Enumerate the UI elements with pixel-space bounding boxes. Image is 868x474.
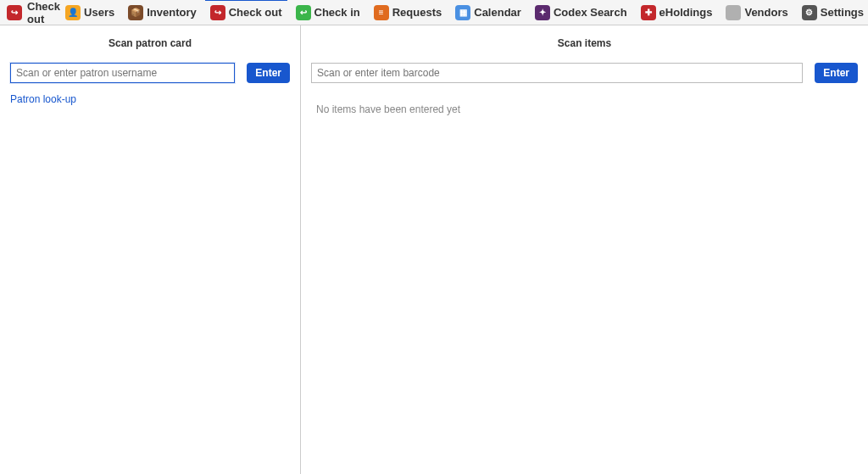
nav-item-vendors[interactable]: Vendors bbox=[721, 3, 793, 23]
codex-search-icon: ✦ bbox=[535, 5, 550, 20]
items-pane: Scan items Enter No items have been ente… bbox=[301, 25, 868, 474]
app-title-block: ↪ Check out bbox=[7, 0, 60, 25]
nav-item-requests[interactable]: ≡Requests bbox=[369, 3, 448, 23]
check-in-icon: ↩ bbox=[296, 5, 311, 20]
nav-item-codex-search[interactable]: ✦Codex Search bbox=[530, 3, 632, 23]
item-enter-button[interactable]: Enter bbox=[815, 63, 858, 83]
nav-label: Users bbox=[84, 6, 114, 19]
calendar-icon: ▦ bbox=[455, 5, 470, 20]
nav-label: eHoldings bbox=[659, 6, 713, 19]
item-scan-row: Enter bbox=[301, 63, 868, 83]
patron-scan-row: Enter bbox=[0, 63, 300, 83]
inventory-icon: 📦 bbox=[128, 5, 143, 20]
item-input[interactable] bbox=[311, 63, 803, 83]
nav-label: Settings bbox=[821, 6, 864, 19]
check-out-icon: ↪ bbox=[210, 5, 225, 20]
nav-item-calendar[interactable]: ▦Calendar bbox=[450, 3, 526, 23]
topbar: ↪ Check out 👤Users📦Inventory↪Check out↩C… bbox=[0, 0, 868, 25]
nav-label: Codex Search bbox=[554, 6, 627, 19]
users-icon: 👤 bbox=[65, 5, 81, 20]
eholdings-icon: ✚ bbox=[641, 5, 656, 20]
nav-label: Check out bbox=[229, 6, 282, 19]
nav-item-settings[interactable]: ⚙Settings bbox=[797, 3, 868, 23]
requests-icon: ≡ bbox=[374, 5, 389, 20]
patron-pane-title: Scan patron card bbox=[0, 25, 300, 63]
nav-item-users[interactable]: 👤Users bbox=[60, 3, 120, 23]
app-title: Check out bbox=[27, 0, 60, 25]
nav-label: Vendors bbox=[744, 6, 787, 19]
patron-input[interactable] bbox=[10, 63, 235, 83]
vendors-icon bbox=[726, 5, 741, 20]
nav-label: Requests bbox=[392, 6, 442, 19]
nav-item-inventory[interactable]: 📦Inventory bbox=[123, 3, 202, 23]
main-panes: Scan patron card Enter Patron look-up Sc… bbox=[0, 25, 868, 474]
items-pane-title: Scan items bbox=[301, 25, 868, 63]
checkout-glyph: ↪ bbox=[11, 8, 18, 17]
items-empty-message: No items have been entered yet bbox=[301, 83, 868, 136]
nav-item-eholdings[interactable]: ✚eHoldings bbox=[636, 3, 718, 23]
nav-label: Inventory bbox=[147, 6, 197, 19]
settings-icon: ⚙ bbox=[802, 5, 817, 20]
nav-item-check-out[interactable]: ↪Check out bbox=[205, 3, 287, 23]
checkout-icon: ↪ bbox=[7, 5, 22, 20]
nav-label: Calendar bbox=[474, 6, 521, 19]
main-nav: 👤Users📦Inventory↪Check out↩Check in≡Requ… bbox=[60, 3, 868, 23]
nav-label: Check in bbox=[314, 6, 360, 19]
patron-enter-button[interactable]: Enter bbox=[247, 63, 290, 83]
patron-lookup-link[interactable]: Patron look-up bbox=[0, 83, 300, 115]
patron-pane: Scan patron card Enter Patron look-up bbox=[0, 25, 301, 474]
nav-item-check-in[interactable]: ↩Check in bbox=[291, 3, 365, 23]
